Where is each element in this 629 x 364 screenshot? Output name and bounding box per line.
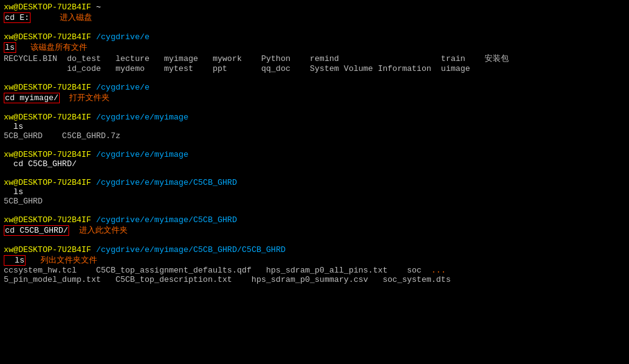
path-6: /cygdrive/e/myimage/C5CB_GHRD xyxy=(91,178,237,187)
output-last2: 5_pin_model_dump.txt C5CB_top_descriptio… xyxy=(4,275,625,284)
line-16: ls 列出文件夹文件 xyxy=(4,254,625,266)
blank-7 xyxy=(4,236,625,245)
path-3: /cygdrive/e xyxy=(91,83,149,92)
line-10: cd C5CB_GHRD/ xyxy=(4,159,625,169)
path-2: /cygdrive/e xyxy=(91,32,149,42)
path-1: ~ xyxy=(91,2,101,12)
line-4: ls 该磁盘所有文件 xyxy=(4,42,625,53)
line-12: ls xyxy=(4,187,625,197)
prompt-3: xw@DESKTOP-7U2B4IF xyxy=(4,83,91,92)
cmd-cd-c5cb: cd C5CB_GHRD/ xyxy=(4,225,69,236)
line-13: xw@DESKTOP-7U2B4IF /cygdrive/e/myimage/C… xyxy=(4,215,625,225)
line-8: ls xyxy=(4,122,625,131)
line-1: xw@DESKTOP-7U2B4IF ~ xyxy=(4,2,625,12)
prompt-5: xw@DESKTOP-7U2B4IF xyxy=(4,150,91,159)
output-myimage: 5CB_GHRD C5CB_GHRD.7z xyxy=(4,131,625,141)
blank-2 xyxy=(4,73,625,83)
cmd-ls-2: ls xyxy=(4,255,26,266)
cmd-cd-myimage: cd myimage/ xyxy=(4,93,60,103)
prompt-8: xw@DESKTOP-7U2B4IF xyxy=(4,245,91,254)
line-15: xw@DESKTOP-7U2B4IF /cygdrive/e/myimage/C… xyxy=(4,245,625,254)
prompt-1: xw@DESKTOP-7U2B4IF xyxy=(4,2,91,12)
output-ls-1: RECYCLE.BIN do_test lecture myimage mywo… xyxy=(4,53,625,64)
comment-cd-c5cb: 进入此文件夹 xyxy=(69,226,128,235)
line-11: xw@DESKTOP-7U2B4IF /cygdrive/e/myimage/C… xyxy=(4,178,625,187)
output-ls-2: id_code mydemo mytest ppt qq_doc System … xyxy=(4,64,625,73)
terminal-window: xw@DESKTOP-7U2B4IF ~ cd E: 进入磁盘 xw@DESKT… xyxy=(0,0,629,364)
blank-1 xyxy=(4,23,625,32)
prompt-6: xw@DESKTOP-7U2B4IF xyxy=(4,178,91,187)
comment-partial: ... xyxy=(422,266,446,275)
blank-5 xyxy=(4,169,625,178)
blank-6 xyxy=(4,206,625,215)
prompt-7: xw@DESKTOP-7U2B4IF xyxy=(4,215,91,225)
path-4: /cygdrive/e/myimage xyxy=(91,113,188,122)
path-8: /cygdrive/e/myimage/C5CB_GHRD/C5CB_GHRD xyxy=(91,245,285,254)
line-6: cd myimage/ 打开文件夹 xyxy=(4,92,625,103)
cmd-ls-1: ls xyxy=(4,42,16,53)
comment-cd-myimage: 打开文件夹 xyxy=(60,93,110,103)
path-7: /cygdrive/e/myimage/C5CB_GHRD xyxy=(91,215,237,225)
prompt-2: xw@DESKTOP-7U2B4IF xyxy=(4,32,91,42)
comment-ls-1: 该磁盘所有文件 xyxy=(16,43,87,52)
line-14: cd C5CB_GHRD/ 进入此文件夹 xyxy=(4,225,625,236)
line-2: cd E: 进入磁盘 xyxy=(4,12,625,23)
cmd-cd-e: cd E: xyxy=(4,12,31,23)
path-5: /cygdrive/e/myimage xyxy=(91,150,188,159)
line-3: xw@DESKTOP-7U2B4IF /cygdrive/e xyxy=(4,32,625,42)
line-5: xw@DESKTOP-7U2B4IF /cygdrive/e xyxy=(4,83,625,92)
line-9: xw@DESKTOP-7U2B4IF /cygdrive/e/myimage xyxy=(4,150,625,159)
blank-4 xyxy=(4,141,625,150)
output-last: ccsystem_hw.tcl C5CB_top_assignment_defa… xyxy=(4,266,625,275)
blank-3 xyxy=(4,103,625,113)
comment-cd-e: 进入磁盘 xyxy=(31,13,92,22)
line-7: xw@DESKTOP-7U2B4IF /cygdrive/e/myimage xyxy=(4,113,625,122)
output-c5cb: 5CB_GHRD xyxy=(4,197,625,206)
prompt-4: xw@DESKTOP-7U2B4IF xyxy=(4,113,91,122)
comment-ls-2: 列出文件夹文件 xyxy=(26,256,97,265)
